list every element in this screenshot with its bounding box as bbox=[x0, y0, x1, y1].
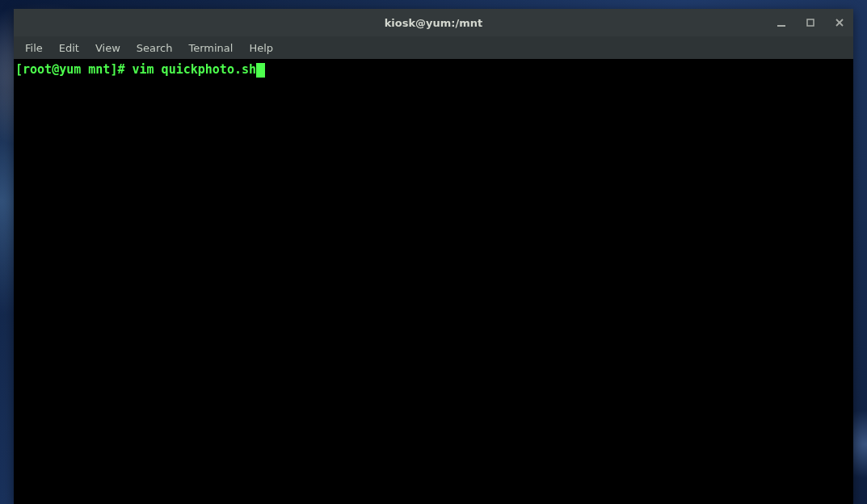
shell-prompt: [root@yum mnt]# bbox=[15, 62, 133, 77]
svg-rect-0 bbox=[777, 25, 785, 27]
window-controls bbox=[774, 9, 847, 36]
terminal-line: [root@yum mnt]# vim quickphoto.sh bbox=[15, 62, 852, 78]
menu-terminal[interactable]: Terminal bbox=[180, 39, 241, 57]
menu-edit[interactable]: Edit bbox=[51, 39, 87, 57]
menu-help[interactable]: Help bbox=[241, 39, 281, 57]
terminal-content[interactable]: [root@yum mnt]# vim quickphoto.sh bbox=[14, 59, 853, 504]
cursor-block bbox=[256, 63, 265, 78]
window-title: kiosk@yum:/mnt bbox=[385, 17, 483, 29]
maximize-icon bbox=[806, 18, 815, 27]
terminal-window: kiosk@yum:/mnt File Edit View bbox=[14, 9, 853, 504]
shell-command: vim quickphoto.sh bbox=[133, 62, 257, 77]
minimize-button[interactable] bbox=[774, 15, 789, 30]
titlebar[interactable]: kiosk@yum:/mnt bbox=[14, 9, 853, 36]
menu-view[interactable]: View bbox=[87, 39, 128, 57]
menubar: File Edit View Search Terminal Help bbox=[14, 36, 853, 59]
close-button[interactable] bbox=[832, 15, 847, 30]
close-icon bbox=[835, 18, 844, 27]
maximize-button[interactable] bbox=[803, 15, 818, 30]
menu-search[interactable]: Search bbox=[128, 39, 181, 57]
menu-file[interactable]: File bbox=[17, 39, 51, 57]
svg-rect-1 bbox=[807, 19, 814, 26]
minimize-icon bbox=[777, 18, 786, 27]
